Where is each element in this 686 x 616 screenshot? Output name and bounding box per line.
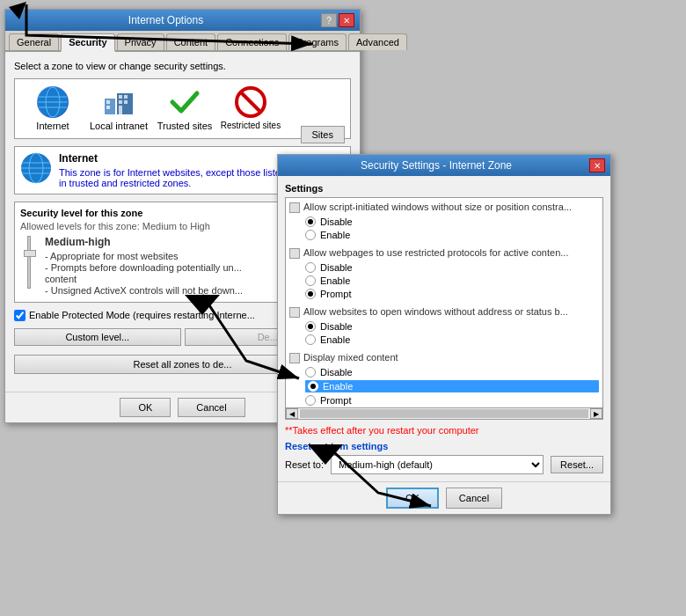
radio-disable-4[interactable]: Disable bbox=[305, 367, 599, 378]
svg-rect-9 bbox=[119, 95, 122, 99]
security-settings-title: Security Settings - Internet Zone bbox=[283, 159, 589, 172]
tab-connections[interactable]: Connections bbox=[217, 33, 287, 50]
horizontal-scrollbar[interactable]: ◀ ▶ bbox=[285, 407, 603, 420]
close-button[interactable]: ✕ bbox=[339, 13, 354, 27]
security-desc-2: - Prompts before downloading potentially… bbox=[45, 262, 243, 273]
settings-list[interactable]: Allow script-initiated windows without s… bbox=[285, 197, 603, 408]
svg-rect-12 bbox=[124, 100, 128, 104]
sites-button[interactable]: Sites bbox=[301, 126, 345, 143]
security-ok-button[interactable]: OK bbox=[386, 488, 439, 509]
zone-trusted-label: Trusted sites bbox=[157, 121, 213, 131]
tab-programs[interactable]: Programs bbox=[288, 33, 347, 50]
svg-rect-11 bbox=[119, 100, 122, 104]
radio-circle-disable-4 bbox=[305, 367, 316, 378]
reset-button[interactable]: Reset... bbox=[551, 456, 603, 473]
setting-checkbox-4 bbox=[289, 353, 300, 363]
internet-options-title-bar: Internet Options ? ✕ bbox=[5, 10, 360, 31]
title-bar-controls: ? ✕ bbox=[321, 13, 354, 27]
slider-thumb bbox=[24, 250, 36, 257]
ok-button[interactable]: OK bbox=[120, 398, 171, 417]
setting-checkbox-2 bbox=[289, 248, 300, 259]
reset-row: Reset to: Medium-high (default) Low Medi… bbox=[285, 455, 603, 474]
zone-info-text: Internet This zone is for Internet websi… bbox=[59, 152, 294, 188]
radio-circle-disable-2 bbox=[305, 262, 316, 273]
setting-script-windows-options: Disable Enable bbox=[305, 216, 599, 240]
help-button[interactable]: ? bbox=[321, 13, 337, 27]
reset-to-label: Reset to: bbox=[285, 459, 324, 470]
cancel-button[interactable]: Cancel bbox=[178, 398, 244, 417]
setting-mixed-content: Display mixed content Disable Enable Pro… bbox=[289, 352, 599, 406]
slider-track bbox=[27, 236, 31, 289]
zone-intranet[interactable]: Local intranet bbox=[88, 86, 150, 131]
svg-rect-8 bbox=[106, 106, 110, 109]
radio-enable-4-highlighted[interactable]: Enable bbox=[305, 380, 599, 392]
security-settings-footer: OK Cancel bbox=[278, 481, 610, 514]
custom-level-button[interactable]: Custom level... bbox=[14, 328, 181, 346]
setting-script-windows: Allow script-initiated windows without s… bbox=[289, 202, 599, 240]
security-settings-controls: ✕ bbox=[589, 158, 605, 172]
zone-info-title: Internet bbox=[59, 152, 294, 165]
tab-advanced[interactable]: Advanced bbox=[348, 33, 407, 50]
setting-windows-no-address-title: Allow websites to open windows without a… bbox=[289, 306, 599, 318]
scroll-left-button[interactable]: ◀ bbox=[286, 408, 298, 419]
radio-circle-disable-3 bbox=[305, 321, 316, 332]
scroll-right-button[interactable]: ▶ bbox=[590, 408, 602, 419]
tab-privacy[interactable]: Privacy bbox=[117, 33, 164, 50]
setting-restricted-protocols: Allow webpages to use restricted protoco… bbox=[289, 247, 599, 299]
setting-mixed-content-title: Display mixed content bbox=[289, 352, 599, 363]
security-level-desc: Medium-high - Appropriate for most websi… bbox=[45, 236, 243, 297]
zone-internet[interactable]: Internet bbox=[22, 86, 84, 131]
trusted-icon bbox=[169, 86, 201, 118]
zone-restricted[interactable]: Restricted sites bbox=[220, 86, 281, 131]
security-level-name: Medium-high bbox=[45, 236, 243, 248]
svg-rect-13 bbox=[119, 106, 122, 114]
setting-windows-no-address-options: Disable Enable bbox=[305, 321, 599, 345]
radio-enable-3[interactable]: Enable bbox=[305, 334, 599, 345]
radio-circle-disable-1 bbox=[305, 216, 316, 227]
zone-info-desc: This zone is for Internet websites, exce… bbox=[59, 167, 294, 188]
setting-restricted-protocols-options: Disable Enable Prompt bbox=[305, 262, 599, 299]
zone-intranet-label: Local intranet bbox=[90, 121, 148, 131]
security-desc-4: - Unsigned ActiveX controls will not be … bbox=[45, 285, 243, 296]
svg-rect-7 bbox=[106, 100, 110, 104]
zone-restricted-label: Restricted sites bbox=[221, 121, 281, 130]
reset-to-select[interactable]: Medium-high (default) Low Medium-low Med… bbox=[331, 455, 544, 474]
security-settings-title-bar: Security Settings - Internet Zone ✕ bbox=[278, 155, 610, 176]
protected-mode-checkbox[interactable] bbox=[14, 310, 26, 321]
setting-script-windows-title: Allow script-initiated windows without s… bbox=[289, 202, 599, 213]
tab-general[interactable]: General bbox=[9, 33, 59, 50]
zone-internet-label: Internet bbox=[36, 121, 69, 131]
setting-restricted-protocols-title: Allow webpages to use restricted protoco… bbox=[289, 247, 599, 259]
zone-select-label: Select a zone to view or change security… bbox=[14, 61, 351, 71]
security-cancel-button[interactable]: Cancel bbox=[446, 488, 502, 509]
radio-circle-prompt-2 bbox=[305, 289, 316, 299]
restricted-icon bbox=[235, 86, 266, 118]
tab-content[interactable]: Content bbox=[166, 33, 216, 50]
radio-disable-3[interactable]: Disable bbox=[305, 321, 599, 332]
zone-trusted[interactable]: Trusted sites bbox=[154, 86, 215, 131]
takes-effect: **Takes effect after you restart your co… bbox=[285, 425, 603, 436]
setting-checkbox-1 bbox=[289, 202, 300, 213]
radio-disable-2[interactable]: Disable bbox=[305, 262, 599, 273]
security-desc-3: content bbox=[45, 274, 243, 284]
tab-security[interactable]: Security bbox=[61, 33, 114, 52]
reset-custom-label: Reset custom settings bbox=[285, 441, 603, 451]
scroll-track bbox=[300, 409, 588, 418]
radio-prompt-4[interactable]: Prompt bbox=[305, 395, 599, 406]
security-slider bbox=[20, 236, 38, 289]
security-close-button[interactable]: ✕ bbox=[589, 158, 605, 172]
radio-enable-1[interactable]: Enable bbox=[305, 230, 599, 240]
security-settings-dialog: Security Settings - Internet Zone ✕ Sett… bbox=[277, 154, 611, 515]
radio-circle-enable-3 bbox=[305, 334, 316, 345]
radio-circle-prompt-4 bbox=[305, 395, 316, 406]
internet-options-title: Internet Options bbox=[11, 14, 321, 26]
radio-prompt-2[interactable]: Prompt bbox=[305, 289, 599, 299]
globe-icon bbox=[37, 86, 69, 118]
setting-windows-no-address: Allow websites to open windows without a… bbox=[289, 306, 599, 345]
radio-disable-1[interactable]: Disable bbox=[305, 216, 599, 227]
settings-label: Settings bbox=[285, 183, 603, 194]
radio-enable-2[interactable]: Enable bbox=[305, 275, 599, 286]
intranet-icon bbox=[103, 86, 135, 118]
security-desc-1: - Appropriate for most websites bbox=[45, 251, 243, 261]
radio-circle-enable-1 bbox=[305, 230, 316, 240]
